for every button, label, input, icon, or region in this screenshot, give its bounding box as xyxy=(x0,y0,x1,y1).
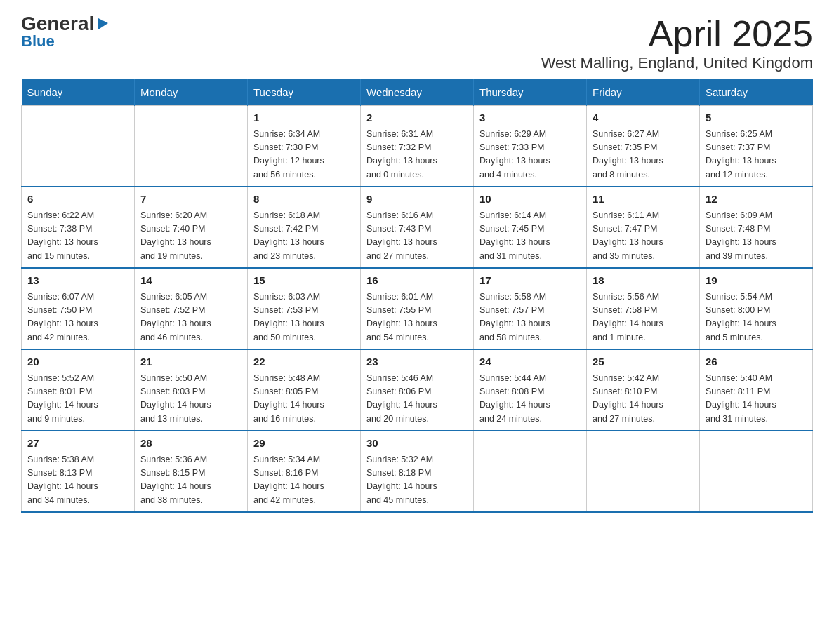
calendar-cell: 5Sunrise: 6:25 AM Sunset: 7:37 PM Daylig… xyxy=(700,106,813,187)
day-info: Sunrise: 5:56 AM Sunset: 7:58 PM Dayligh… xyxy=(593,290,694,345)
calendar-cell: 29Sunrise: 5:34 AM Sunset: 8:16 PM Dayli… xyxy=(248,431,361,512)
calendar-cell: 19Sunrise: 5:54 AM Sunset: 8:00 PM Dayli… xyxy=(700,268,813,349)
day-number: 16 xyxy=(366,273,468,289)
calendar-cell: 24Sunrise: 5:44 AM Sunset: 8:08 PM Dayli… xyxy=(474,349,587,431)
day-info: Sunrise: 6:31 AM Sunset: 7:32 PM Dayligh… xyxy=(366,128,468,182)
day-number: 13 xyxy=(27,273,128,289)
day-number: 25 xyxy=(593,354,694,370)
calendar-cell xyxy=(700,431,813,512)
calendar-cell xyxy=(22,106,135,187)
column-header-saturday: Saturday xyxy=(700,79,813,106)
day-info: Sunrise: 5:32 AM Sunset: 8:18 PM Dayligh… xyxy=(366,453,468,508)
day-number: 14 xyxy=(140,273,241,289)
calendar-cell: 11Sunrise: 6:11 AM Sunset: 7:47 PM Dayli… xyxy=(587,187,700,268)
calendar-cell: 21Sunrise: 5:50 AM Sunset: 8:03 PM Dayli… xyxy=(135,349,248,431)
day-number: 22 xyxy=(253,354,355,370)
day-number: 9 xyxy=(366,192,468,208)
calendar-cell xyxy=(474,431,587,512)
calendar-cell: 25Sunrise: 5:42 AM Sunset: 8:10 PM Dayli… xyxy=(587,349,700,431)
day-number: 28 xyxy=(140,436,241,452)
calendar-cell: 4Sunrise: 6:27 AM Sunset: 7:35 PM Daylig… xyxy=(587,106,700,187)
day-number: 24 xyxy=(479,354,581,370)
calendar-cell: 12Sunrise: 6:09 AM Sunset: 7:48 PM Dayli… xyxy=(700,187,813,268)
svg-marker-0 xyxy=(98,18,108,29)
calendar-week-row: 27Sunrise: 5:38 AM Sunset: 8:13 PM Dayli… xyxy=(22,431,813,512)
calendar-cell: 13Sunrise: 6:07 AM Sunset: 7:50 PM Dayli… xyxy=(22,268,135,349)
column-header-tuesday: Tuesday xyxy=(248,79,361,106)
logo-part2: Blue xyxy=(21,32,55,51)
day-number: 20 xyxy=(27,354,128,370)
day-number: 17 xyxy=(479,273,581,289)
day-info: Sunrise: 5:52 AM Sunset: 8:01 PM Dayligh… xyxy=(27,372,128,427)
day-number: 27 xyxy=(27,436,128,452)
day-info: Sunrise: 6:09 AM Sunset: 7:48 PM Dayligh… xyxy=(706,209,807,264)
column-header-wednesday: Wednesday xyxy=(361,79,474,106)
calendar-cell: 14Sunrise: 6:05 AM Sunset: 7:52 PM Dayli… xyxy=(135,268,248,349)
calendar-cell: 10Sunrise: 6:14 AM Sunset: 7:45 PM Dayli… xyxy=(474,187,587,268)
day-number: 5 xyxy=(706,110,807,126)
column-header-thursday: Thursday xyxy=(474,79,587,106)
day-number: 10 xyxy=(479,192,581,208)
day-number: 26 xyxy=(706,354,807,370)
column-header-monday: Monday xyxy=(135,79,248,106)
day-info: Sunrise: 6:22 AM Sunset: 7:38 PM Dayligh… xyxy=(27,209,128,264)
day-info: Sunrise: 5:38 AM Sunset: 8:13 PM Dayligh… xyxy=(27,453,128,508)
day-number: 6 xyxy=(27,192,128,208)
calendar-cell: 17Sunrise: 5:58 AM Sunset: 7:57 PM Dayli… xyxy=(474,268,587,349)
day-number: 19 xyxy=(706,273,807,289)
day-number: 29 xyxy=(253,436,355,452)
calendar-cell: 30Sunrise: 5:32 AM Sunset: 8:18 PM Dayli… xyxy=(361,431,474,512)
day-info: Sunrise: 6:34 AM Sunset: 7:30 PM Dayligh… xyxy=(253,128,355,182)
calendar-table: SundayMondayTuesdayWednesdayThursdayFrid… xyxy=(21,79,813,513)
day-number: 21 xyxy=(140,354,241,370)
calendar-week-row: 13Sunrise: 6:07 AM Sunset: 7:50 PM Dayli… xyxy=(22,268,813,349)
calendar-week-row: 20Sunrise: 5:52 AM Sunset: 8:01 PM Dayli… xyxy=(22,349,813,431)
day-number: 2 xyxy=(366,110,468,126)
logo-part1: General xyxy=(21,14,94,34)
calendar-cell: 8Sunrise: 6:18 AM Sunset: 7:42 PM Daylig… xyxy=(248,187,361,268)
calendar-header-row: SundayMondayTuesdayWednesdayThursdayFrid… xyxy=(22,79,813,106)
day-info: Sunrise: 6:18 AM Sunset: 7:42 PM Dayligh… xyxy=(253,209,355,264)
day-number: 7 xyxy=(140,192,241,208)
calendar-cell: 3Sunrise: 6:29 AM Sunset: 7:33 PM Daylig… xyxy=(474,106,587,187)
month-title: April 2025 xyxy=(541,14,813,54)
calendar-week-row: 1Sunrise: 6:34 AM Sunset: 7:30 PM Daylig… xyxy=(22,106,813,187)
calendar-cell: 15Sunrise: 6:03 AM Sunset: 7:53 PM Dayli… xyxy=(248,268,361,349)
calendar-cell: 7Sunrise: 6:20 AM Sunset: 7:40 PM Daylig… xyxy=(135,187,248,268)
day-number: 12 xyxy=(706,192,807,208)
day-info: Sunrise: 6:14 AM Sunset: 7:45 PM Dayligh… xyxy=(479,209,581,264)
day-info: Sunrise: 6:01 AM Sunset: 7:55 PM Dayligh… xyxy=(366,290,468,345)
calendar-cell: 26Sunrise: 5:40 AM Sunset: 8:11 PM Dayli… xyxy=(700,349,813,431)
day-number: 30 xyxy=(366,436,468,452)
day-info: Sunrise: 6:25 AM Sunset: 7:37 PM Dayligh… xyxy=(706,128,807,182)
logo-triangle-icon xyxy=(95,15,111,31)
day-info: Sunrise: 5:40 AM Sunset: 8:11 PM Dayligh… xyxy=(706,372,807,427)
day-info: Sunrise: 5:58 AM Sunset: 7:57 PM Dayligh… xyxy=(479,290,581,345)
day-info: Sunrise: 6:29 AM Sunset: 7:33 PM Dayligh… xyxy=(479,128,581,182)
day-info: Sunrise: 5:46 AM Sunset: 8:06 PM Dayligh… xyxy=(366,372,468,427)
calendar-cell: 20Sunrise: 5:52 AM Sunset: 8:01 PM Dayli… xyxy=(22,349,135,431)
day-number: 18 xyxy=(593,273,694,289)
column-header-friday: Friday xyxy=(587,79,700,106)
day-number: 11 xyxy=(593,192,694,208)
calendar-cell: 23Sunrise: 5:46 AM Sunset: 8:06 PM Dayli… xyxy=(361,349,474,431)
day-number: 8 xyxy=(253,192,355,208)
day-info: Sunrise: 5:50 AM Sunset: 8:03 PM Dayligh… xyxy=(140,372,241,427)
day-info: Sunrise: 6:11 AM Sunset: 7:47 PM Dayligh… xyxy=(593,209,694,264)
day-number: 23 xyxy=(366,354,468,370)
calendar-cell: 28Sunrise: 5:36 AM Sunset: 8:15 PM Dayli… xyxy=(135,431,248,512)
day-info: Sunrise: 6:03 AM Sunset: 7:53 PM Dayligh… xyxy=(253,290,355,345)
day-number: 15 xyxy=(253,273,355,289)
calendar-cell xyxy=(587,431,700,512)
column-header-sunday: Sunday xyxy=(22,79,135,106)
calendar-cell: 22Sunrise: 5:48 AM Sunset: 8:05 PM Dayli… xyxy=(248,349,361,431)
day-info: Sunrise: 6:07 AM Sunset: 7:50 PM Dayligh… xyxy=(27,290,128,345)
calendar-cell: 27Sunrise: 5:38 AM Sunset: 8:13 PM Dayli… xyxy=(22,431,135,512)
location-subtitle: West Malling, England, United Kingdom xyxy=(541,54,813,72)
day-info: Sunrise: 5:36 AM Sunset: 8:15 PM Dayligh… xyxy=(140,453,241,508)
title-area: April 2025 West Malling, England, United… xyxy=(541,14,813,72)
day-info: Sunrise: 6:05 AM Sunset: 7:52 PM Dayligh… xyxy=(140,290,241,345)
day-info: Sunrise: 6:20 AM Sunset: 7:40 PM Dayligh… xyxy=(140,209,241,264)
calendar-week-row: 6Sunrise: 6:22 AM Sunset: 7:38 PM Daylig… xyxy=(22,187,813,268)
day-number: 3 xyxy=(479,110,581,126)
